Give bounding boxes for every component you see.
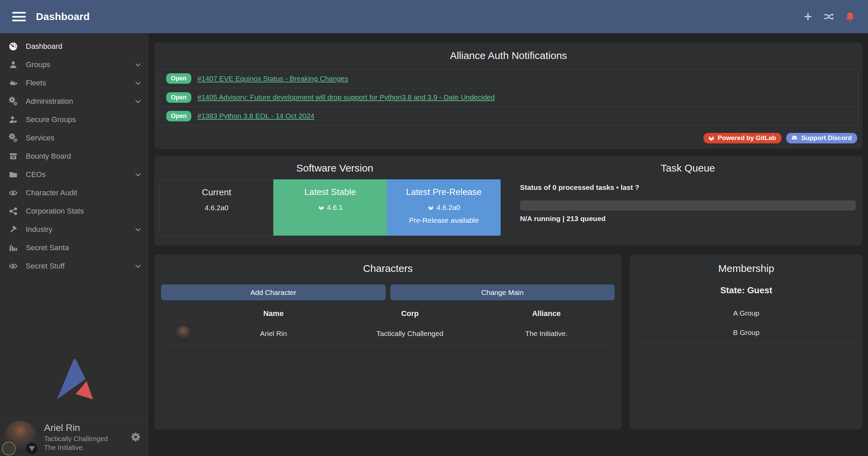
gears-icon bbox=[7, 96, 19, 106]
sidebar-item-services[interactable]: Services bbox=[0, 129, 149, 147]
sidebar-item-groups[interactable]: Groups bbox=[0, 56, 149, 74]
spaceship-icon bbox=[7, 78, 19, 88]
main-content: Alliance Auth Notifications Open #1407 E… bbox=[149, 33, 868, 456]
sidebar-item-label: CEOs bbox=[26, 170, 134, 179]
sidebar-item-label: Secret Santa bbox=[26, 243, 142, 252]
user-name: Ariel Rin bbox=[44, 422, 108, 434]
eye-icon bbox=[7, 188, 19, 198]
version-cell-prerelease: Latest Pre-Release 4.6.2a0 Pre-Release a… bbox=[387, 179, 501, 236]
sidebar-item-label: Services bbox=[26, 134, 142, 142]
add-character-button[interactable]: Add Character bbox=[161, 284, 386, 300]
notification-link[interactable]: #1405 Advisory: Future development will … bbox=[197, 93, 495, 101]
gitlab-badge-label: Powered by GitLab bbox=[718, 134, 776, 142]
version-cell-stable: Latest Stable 4.6.1 bbox=[273, 179, 387, 236]
prerelease-note: Pre-Release available bbox=[387, 216, 501, 224]
notifications-list: Open #1407 EVE Equinox Status - Breaking… bbox=[158, 69, 859, 125]
characters-title: Characters bbox=[161, 263, 615, 274]
task-queue-title: Task Queue bbox=[520, 162, 856, 174]
character-portrait bbox=[175, 326, 191, 342]
gitlab-tanuki-icon bbox=[427, 204, 434, 211]
characters-table: Name Corp Alliance Ariel Rin Tactically … bbox=[161, 306, 615, 346]
gitlab-tanuki-icon bbox=[318, 204, 325, 211]
status-badge: Open bbox=[166, 111, 191, 121]
shuffle-icon[interactable] bbox=[823, 11, 835, 22]
notification-link[interactable]: #1407 EVE Equinox Status - Breaking Chan… bbox=[197, 75, 348, 83]
characters-panel: Characters Add Character Change Main Nam… bbox=[154, 255, 621, 429]
sidebar-item-label: Character Audit bbox=[26, 189, 142, 197]
software-version-title: Software Version bbox=[160, 162, 510, 174]
add-icon[interactable] bbox=[802, 11, 814, 22]
sidebar-item-secret-santa[interactable]: Secret Santa bbox=[0, 239, 149, 257]
sidebar-item-label: Corporation Stats bbox=[26, 207, 142, 216]
user-corp: Tactically Challenged bbox=[44, 434, 108, 443]
sidebar-item-ceos[interactable]: CEOs bbox=[0, 165, 149, 184]
change-main-button[interactable]: Change Main bbox=[390, 284, 615, 300]
sidebar-item-character-audit[interactable]: Character Audit bbox=[0, 184, 149, 202]
hammer-icon bbox=[7, 224, 19, 235]
software-version-section: Software Version Current 4.6.2a0 Latest … bbox=[160, 162, 510, 239]
group-item: A Group bbox=[638, 304, 854, 324]
user-alliance: The Initiative. bbox=[44, 443, 108, 452]
sidebar-item-fleets[interactable]: Fleets bbox=[0, 74, 149, 92]
sidebar: Dashboard Groups Fleets bbox=[0, 33, 149, 456]
sidebar-item-industry[interactable]: Industry bbox=[0, 220, 149, 239]
characters-table-header: Name Corp Alliance bbox=[161, 306, 615, 321]
task-queue-progressbar bbox=[520, 200, 856, 211]
gitlab-tanuki-icon bbox=[708, 134, 715, 142]
discord-icon bbox=[790, 134, 798, 142]
column-header-alliance: Alliance bbox=[478, 309, 615, 318]
status-badge: Open bbox=[166, 73, 191, 84]
sidebar-item-label: Secure Groups bbox=[26, 115, 142, 124]
membership-title: Membership bbox=[638, 263, 854, 274]
settings-gear-icon[interactable] bbox=[130, 432, 141, 442]
sidebar-item-dashboard[interactable]: Dashboard bbox=[0, 37, 149, 56]
sidebar-item-label: Administration bbox=[26, 97, 134, 106]
sidebar-item-label: Industry bbox=[26, 225, 134, 234]
stable-label: Latest Stable bbox=[273, 187, 387, 197]
chevron-down-icon bbox=[134, 61, 142, 68]
folder-icon bbox=[7, 170, 19, 180]
sidebar-item-label: Bounty Board bbox=[26, 152, 142, 161]
notifications-bell-icon[interactable] bbox=[844, 11, 856, 22]
notification-item: Open #1405 Advisory: Future development … bbox=[159, 88, 858, 106]
page-title: Dashboard bbox=[36, 11, 90, 22]
gauge-icon bbox=[7, 41, 19, 52]
chevron-down-icon bbox=[134, 262, 142, 270]
sidebar-item-corporation-stats[interactable]: Corporation Stats bbox=[0, 202, 149, 220]
top-navbar: Dashboard bbox=[0, 0, 868, 33]
current-label: Current bbox=[160, 187, 273, 198]
corp-logo-icon bbox=[2, 442, 16, 455]
gifts-icon bbox=[7, 243, 19, 253]
prerelease-label: Latest Pre-Release bbox=[387, 187, 501, 197]
sidebar-item-label: Groups bbox=[26, 60, 134, 69]
current-version: 4.6.2a0 bbox=[205, 204, 228, 212]
membership-panel: Membership State: Guest A Group B Group bbox=[630, 255, 863, 429]
sidebar-item-bounty-board[interactable]: Bounty Board bbox=[0, 147, 149, 165]
menu-toggle-icon[interactable] bbox=[12, 12, 26, 21]
character-name: Ariel Rin bbox=[205, 330, 342, 338]
group-item: B Group bbox=[638, 324, 854, 343]
notifications-panel: Alliance Auth Notifications Open #1407 E… bbox=[154, 42, 863, 149]
version-cell-current: Current 4.6.2a0 bbox=[160, 179, 273, 236]
eye-icon bbox=[7, 261, 19, 271]
character-alliance: The Initiative. bbox=[478, 330, 615, 338]
status-badge: Open bbox=[166, 92, 191, 103]
chevron-down-icon bbox=[134, 98, 142, 105]
sidebar-item-secure-groups[interactable]: Secure Groups bbox=[0, 111, 149, 129]
notification-item: Open #1383 Python 3.8 EOL - 14 Oct 2024 bbox=[159, 106, 858, 125]
stable-version: 4.6.1 bbox=[327, 203, 343, 212]
gears-icon bbox=[7, 133, 19, 143]
discord-badge[interactable]: Support Discord bbox=[786, 133, 857, 143]
alliance-logo-icon bbox=[25, 442, 39, 455]
notification-link[interactable]: #1383 Python 3.8 EOL - 14 Oct 2024 bbox=[197, 112, 314, 120]
task-queue-section: Task Queue Status of 0 processed tasks •… bbox=[520, 162, 856, 239]
task-queue-status: Status of 0 processed tasks • last ? bbox=[520, 183, 856, 192]
sidebar-user-panel: Ariel Rin Tactically Challenged The Init… bbox=[0, 418, 149, 456]
sidebar-item-label: Fleets bbox=[26, 79, 134, 87]
prerelease-version: 4.6.2a0 bbox=[437, 203, 460, 212]
sidebar-item-administration[interactable]: Administration bbox=[0, 92, 149, 111]
gitlab-badge[interactable]: Powered by GitLab bbox=[703, 133, 782, 143]
membership-groups-list: A Group B Group bbox=[638, 304, 854, 343]
storefront-icon bbox=[7, 151, 19, 161]
sidebar-item-secret-stuff[interactable]: Secret Stuff bbox=[0, 257, 149, 275]
